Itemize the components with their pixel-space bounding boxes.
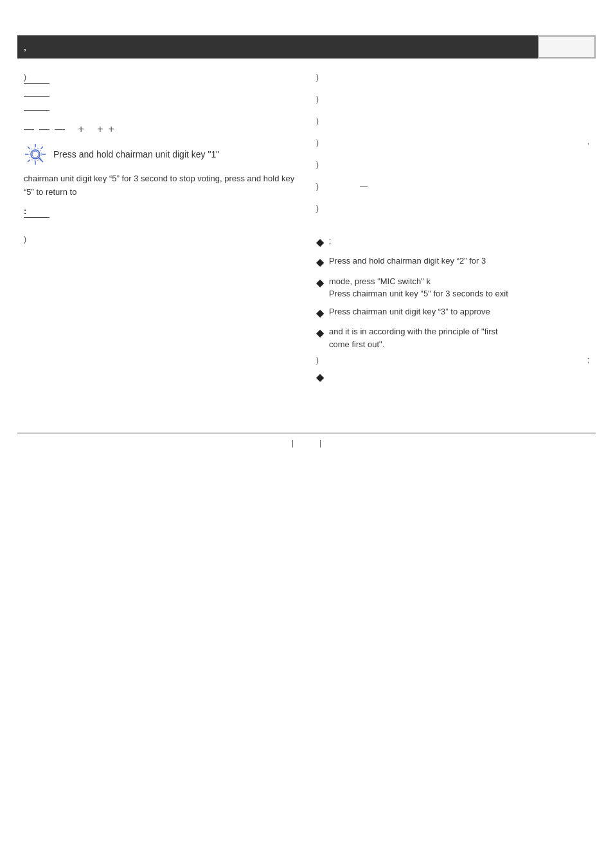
footer-left: | — [292, 439, 294, 448]
right-item-7: ) — [316, 203, 589, 213]
symbols-row: — — — + + + — [24, 123, 297, 135]
sym-plus2: + — [97, 123, 103, 135]
sun-icon-row: Press and hold chairman unit digit key "… — [24, 143, 297, 166]
text-block-1: chairman unit digit key “5” for 3 second… — [24, 172, 297, 199]
right-column: ) ) ) ) , ) ) — — [316, 71, 589, 224]
right-paren-7: ) — [316, 204, 319, 213]
svg-line-7 — [41, 160, 44, 163]
left-item-1: ) — [24, 71, 297, 84]
text-content-1: chairman unit digit key “5” for 3 second… — [24, 174, 294, 197]
semi-1: ; — [329, 237, 331, 246]
bullet-item-left-note: ) — [24, 235, 297, 244]
sym-space2 — [89, 123, 92, 135]
left-column: ) — — — + — [24, 71, 297, 224]
diamond-6: ◆ — [316, 370, 324, 384]
top-two-col: ) — — — + — [24, 71, 589, 224]
diamond-4: ◆ — [316, 306, 324, 320]
bottom-semi: ; — [587, 356, 589, 365]
right-paren-6: ) — [316, 182, 319, 191]
bullet-3-line1: mode, press "MIC switch" k — [329, 276, 431, 286]
underline-bold — [24, 217, 49, 218]
right-item-4: ) , — [316, 137, 589, 147]
sym-minus3: — — [55, 123, 65, 135]
right-dash-6: — — [360, 182, 368, 191]
right-paren-4: ) — [316, 138, 319, 147]
bullet-4: ◆ Press chairman unit digit key “3” to a… — [316, 305, 589, 320]
diamond-1: ◆ — [316, 235, 324, 249]
sym-space — [70, 123, 73, 135]
sun-icon — [24, 143, 47, 166]
svg-line-9 — [28, 160, 30, 163]
bold-colon-section: : — [24, 206, 297, 218]
bullet-3: ◆ mode, press "MIC switch" k Press chair… — [316, 275, 589, 300]
underline-1 — [24, 83, 49, 84]
bottom-paren-row: ) ; — [316, 356, 589, 365]
bullet-5-line2: come first out". — [329, 339, 384, 349]
bullets-two-col: ) ◆ ; ◆ Press and hold chairman digit ke… — [24, 235, 589, 390]
bold-colon: : — [24, 206, 26, 216]
right-paren-1: ) — [316, 73, 319, 82]
diamond-3: ◆ — [316, 276, 324, 290]
header-title: , — [24, 42, 26, 52]
sym-minus1: — — [24, 123, 34, 135]
bullets-left: ) — [24, 235, 297, 390]
bottom-paren: ) — [316, 356, 319, 365]
footer-right: | — [319, 439, 321, 448]
bullet-2: ◆ Press and hold chairman digit key “2” … — [316, 255, 589, 269]
left-bottom-paren: ) — [24, 235, 26, 244]
right-item-5: ) — [316, 159, 589, 169]
header-bar: , — [17, 35, 596, 59]
page-container: , ) — [0, 35, 613, 868]
bullet-text-5: and it is in according with the principl… — [329, 325, 498, 350]
sym-plus1: + — [78, 123, 84, 135]
diamond-2: ◆ — [316, 255, 324, 269]
sym-plus3: + — [109, 123, 114, 135]
right-paren-3: ) — [316, 116, 319, 125]
bullet-text-1: ; — [329, 235, 331, 248]
bullet-5: ◆ and it is in according with the princi… — [316, 325, 589, 350]
bullet-1: ◆ ; — [316, 235, 589, 249]
underline-3 — [24, 110, 49, 111]
svg-line-8 — [41, 147, 44, 149]
right-comma-4: , — [587, 137, 589, 146]
right-item-1: ) — [316, 71, 589, 82]
bullet-3-line2: Press chairman unit key "5" for 3 second… — [329, 289, 508, 298]
left-item-2 — [24, 96, 297, 97]
right-item-3: ) — [316, 115, 589, 125]
right-item-6: ) — — [316, 181, 589, 191]
press-hold-text: Press and hold chairman unit digit key "… — [53, 149, 219, 159]
svg-point-10 — [32, 151, 39, 158]
diamond-5: ◆ — [316, 326, 324, 340]
bullet-6: ◆ — [316, 370, 589, 384]
svg-line-6 — [28, 147, 30, 149]
right-paren-2: ) — [316, 95, 319, 104]
bullet-text-3: mode, press "MIC switch" k Press chairma… — [329, 275, 508, 300]
header-box — [538, 35, 596, 59]
underline-2 — [24, 96, 49, 97]
bullet-5-line1: and it is in according with the principl… — [329, 327, 498, 336]
bullets-right: ◆ ; ◆ Press and hold chairman digit key … — [316, 235, 589, 390]
right-item-2: ) — [316, 93, 589, 104]
left-paren-1: ) — [24, 73, 26, 82]
bullet-text-2: Press and hold chairman digit key “2” fo… — [329, 255, 486, 267]
left-item-3 — [24, 110, 297, 111]
right-paren-5: ) — [316, 160, 319, 169]
main-content: ) — — — + — [17, 59, 596, 413]
footer-content: | | — [0, 433, 613, 453]
bullet-text-4: Press chairman unit digit key “3” to app… — [329, 305, 490, 318]
sym-minus2: — — [39, 123, 49, 135]
